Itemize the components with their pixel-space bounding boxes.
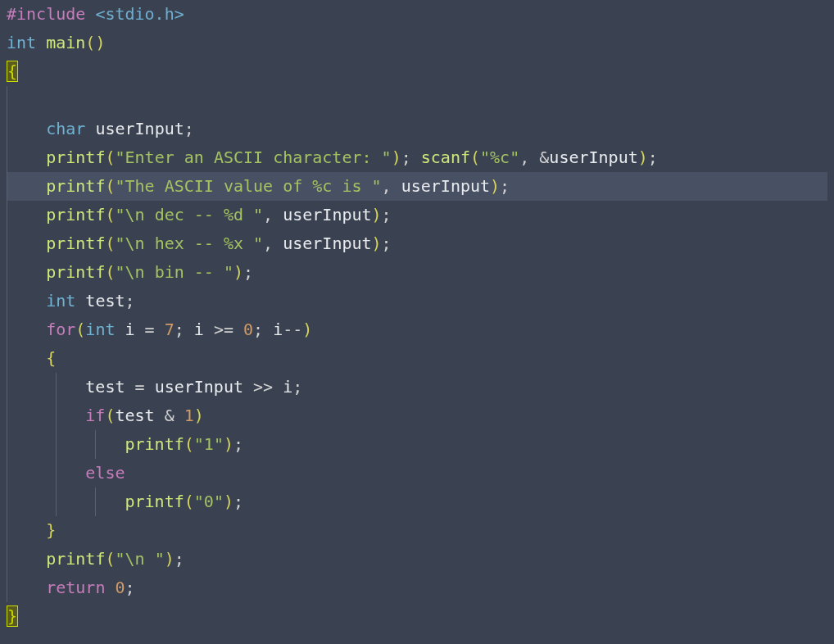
token-string: "Enter an ASCII character: "	[115, 147, 391, 167]
code-editor[interactable]: #include <stdio.h> int main() { char use…	[0, 0, 834, 644]
code-line[interactable]: printf("\n ");	[7, 545, 827, 574]
token-header: <stdio.h>	[95, 4, 184, 24]
token-include: #include	[7, 4, 85, 24]
token-string: "%c"	[480, 147, 519, 167]
code-line[interactable]: #include <stdio.h>	[7, 0, 827, 29]
token-string: "The ASCII value of %c is "	[115, 176, 381, 196]
token-type: char	[46, 119, 85, 138]
code-line[interactable]: {	[7, 344, 827, 373]
token-function: scanf	[421, 147, 470, 167]
closing-brace-highlight: }	[7, 605, 18, 627]
code-line-blank[interactable]	[7, 86, 827, 115]
code-line[interactable]: if(test & 1)	[7, 401, 827, 430]
code-line[interactable]: }	[7, 602, 827, 631]
code-line[interactable]: printf("\n hex -- %x ", userInput);	[7, 229, 827, 258]
code-line[interactable]: printf("0");	[7, 488, 827, 516]
token-function: printf	[46, 147, 105, 167]
token-type: int	[7, 33, 36, 52]
code-line[interactable]: {	[7, 57, 827, 86]
code-line[interactable]: printf("\n dec -- %d ", userInput);	[7, 201, 827, 229]
code-line[interactable]: test = userInput >> i;	[7, 373, 827, 401]
code-line[interactable]: char userInput;	[7, 115, 827, 143]
code-line[interactable]: for(int i = 7; i >= 0; i--)	[7, 315, 827, 344]
code-line[interactable]: return 0;	[7, 574, 827, 602]
code-line[interactable]: int test;	[7, 287, 827, 315]
code-line[interactable]: printf("\n bin -- ");	[7, 258, 827, 287]
token-identifier: userInput	[95, 119, 184, 138]
code-line[interactable]: else	[7, 459, 827, 488]
code-line[interactable]: printf("Enter an ASCII character: "); sc…	[7, 143, 827, 172]
code-line[interactable]: printf("1");	[7, 430, 827, 459]
code-line[interactable]: int main()	[7, 29, 827, 57]
token-function: printf	[46, 176, 105, 196]
opening-brace-highlight: {	[7, 61, 18, 82]
code-line[interactable]: }	[7, 516, 827, 545]
code-line-current[interactable]: printf("The ASCII value of %c is ", user…	[7, 172, 827, 201]
token-function: main	[46, 33, 85, 52]
